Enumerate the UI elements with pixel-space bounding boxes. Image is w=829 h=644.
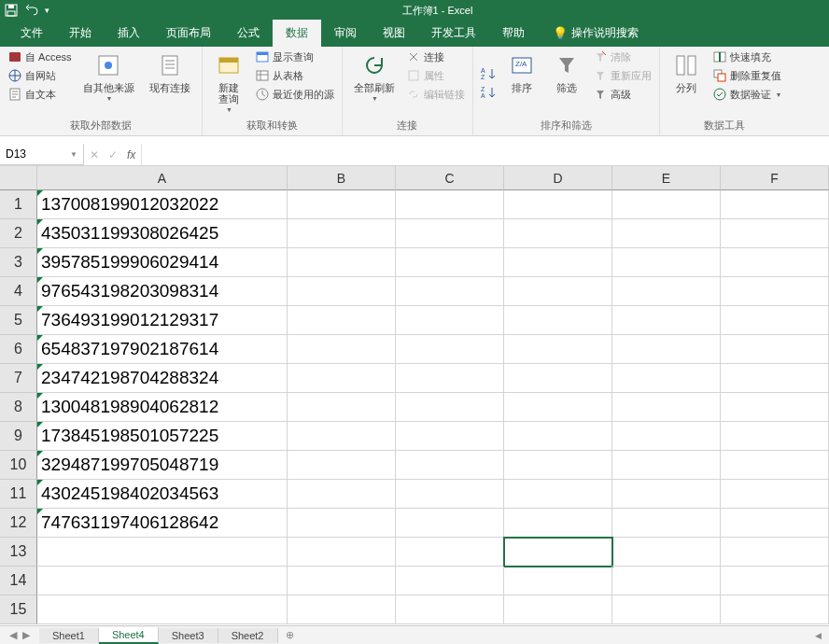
from-text-button[interactable]: 自文本 <box>6 86 74 103</box>
column-header-B[interactable]: B <box>288 166 396 190</box>
cell-E7[interactable] <box>612 364 721 393</box>
column-header-A[interactable]: A <box>37 166 288 190</box>
cell-F1[interactable] <box>721 190 829 219</box>
add-sheet-button[interactable]: ⊕ <box>278 629 302 641</box>
sheet-tab-sheet3[interactable]: Sheet3 <box>159 628 218 643</box>
cell-E2[interactable] <box>612 219 721 248</box>
cancel-icon[interactable]: ✕ <box>90 148 99 161</box>
cell-B1[interactable] <box>288 190 396 219</box>
cell-B9[interactable] <box>288 422 396 451</box>
cell-A10[interactable]: 329487199705048719 <box>37 451 288 480</box>
cell-D12[interactable] <box>504 509 612 538</box>
tab-review[interactable]: 审阅 <box>321 20 370 47</box>
data-validation-button[interactable]: 数据验证 ▼ <box>710 86 784 103</box>
row-header-6[interactable]: 6 <box>0 335 37 364</box>
formula-input[interactable] <box>142 144 829 165</box>
cell-E3[interactable] <box>612 248 721 277</box>
row-header-2[interactable]: 2 <box>0 219 37 248</box>
cell-A5[interactable]: 736493199012129317 <box>37 306 288 335</box>
cell-B15[interactable] <box>288 595 396 624</box>
undo-icon[interactable] <box>24 3 39 18</box>
cell-C15[interactable] <box>396 595 504 624</box>
sheet-tab-sheet1[interactable]: Sheet1 <box>39 628 99 643</box>
cell-D13[interactable] <box>504 538 612 567</box>
sheet-prev-icon[interactable]: ◀ <box>9 629 17 641</box>
cell-C10[interactable] <box>396 451 504 480</box>
cell-E5[interactable] <box>612 306 721 335</box>
cell-C1[interactable] <box>396 190 504 219</box>
tab-data[interactable]: 数据 <box>273 20 321 47</box>
cell-B14[interactable] <box>288 567 396 595</box>
cell-A1[interactable]: 137008199012032022 <box>37 190 288 219</box>
cell-F14[interactable] <box>721 567 829 595</box>
sheet-tab-sheet4[interactable]: Sheet4 <box>99 627 159 644</box>
cell-E10[interactable] <box>612 451 721 480</box>
enter-icon[interactable]: ✓ <box>108 148 118 161</box>
column-header-C[interactable]: C <box>396 166 504 190</box>
cell-E9[interactable] <box>612 422 721 451</box>
cell-D4[interactable] <box>504 277 612 306</box>
cell-D10[interactable] <box>504 451 612 480</box>
cell-D1[interactable] <box>504 190 612 219</box>
cell-B4[interactable] <box>288 277 396 306</box>
cell-E15[interactable] <box>612 595 721 624</box>
cell-B6[interactable] <box>288 335 396 364</box>
cell-C14[interactable] <box>396 567 504 595</box>
cell-E13[interactable] <box>612 538 721 567</box>
row-header-4[interactable]: 4 <box>0 277 37 306</box>
cell-C3[interactable] <box>396 248 504 277</box>
column-header-E[interactable]: E <box>612 166 721 190</box>
cell-F12[interactable] <box>721 509 829 538</box>
cell-E8[interactable] <box>612 393 721 422</box>
cell-C13[interactable] <box>396 538 504 567</box>
refresh-all-button[interactable]: 全部刷新 ▼ <box>348 49 400 117</box>
row-header-12[interactable]: 12 <box>0 509 37 538</box>
cell-A13[interactable] <box>37 538 288 567</box>
row-header-9[interactable]: 9 <box>0 422 37 451</box>
cell-B2[interactable] <box>288 219 396 248</box>
cell-A12[interactable]: 747631197406128642 <box>37 509 288 538</box>
cell-A6[interactable]: 654837197902187614 <box>37 335 288 364</box>
cell-D2[interactable] <box>504 219 612 248</box>
row-header-3[interactable]: 3 <box>0 248 37 277</box>
advanced-filter-button[interactable]: 高级 <box>591 86 653 103</box>
cell-C12[interactable] <box>396 509 504 538</box>
cell-E12[interactable] <box>612 509 721 538</box>
cell-F11[interactable] <box>721 480 829 509</box>
cell-E11[interactable] <box>612 480 721 509</box>
cell-B5[interactable] <box>288 306 396 335</box>
row-header-11[interactable]: 11 <box>0 480 37 509</box>
cell-D5[interactable] <box>504 306 612 335</box>
fx-icon[interactable]: fx <box>127 148 135 161</box>
cell-A11[interactable]: 430245198402034563 <box>37 480 288 509</box>
text-to-columns-button[interactable]: 分列 <box>666 49 707 117</box>
cell-C11[interactable] <box>396 480 504 509</box>
cell-F5[interactable] <box>721 306 829 335</box>
cell-F8[interactable] <box>721 393 829 422</box>
cell-C5[interactable] <box>396 306 504 335</box>
cell-F10[interactable] <box>721 451 829 480</box>
cell-A9[interactable]: 173845198501057225 <box>37 422 288 451</box>
cell-A7[interactable]: 234742198704288324 <box>37 364 288 393</box>
cell-B13[interactable] <box>288 538 396 567</box>
cell-C6[interactable] <box>396 335 504 364</box>
remove-duplicates-button[interactable]: 删除重复值 <box>710 67 784 84</box>
cell-E14[interactable] <box>612 567 721 595</box>
column-header-D[interactable]: D <box>504 166 612 190</box>
cell-F2[interactable] <box>721 219 829 248</box>
flash-fill-button[interactable]: 快速填充 <box>710 49 784 65</box>
connections-button[interactable]: 连接 <box>404 49 467 65</box>
properties-button[interactable]: 属性 <box>404 67 467 84</box>
sheet-next-icon[interactable]: ▶ <box>22 629 30 641</box>
row-header-13[interactable]: 13 <box>0 538 37 567</box>
tab-insert[interactable]: 插入 <box>105 20 153 47</box>
cell-B11[interactable] <box>288 480 396 509</box>
select-all-corner[interactable] <box>0 166 37 190</box>
row-header-10[interactable]: 10 <box>0 451 37 480</box>
from-table-button[interactable]: 从表格 <box>253 67 336 84</box>
cell-D9[interactable] <box>504 422 612 451</box>
cell-B12[interactable] <box>288 509 396 538</box>
filter-button[interactable]: 筛选 <box>546 49 587 117</box>
cell-B8[interactable] <box>288 393 396 422</box>
cell-C9[interactable] <box>396 422 504 451</box>
